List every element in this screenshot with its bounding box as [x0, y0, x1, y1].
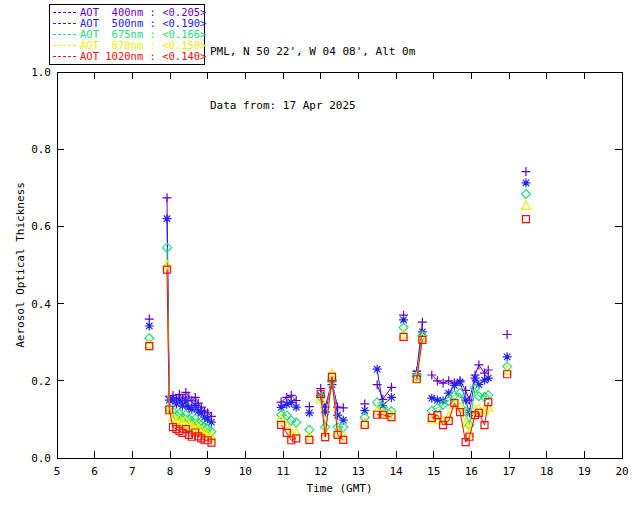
svg-text:0.6: 0.6 [31, 220, 51, 233]
aot-plot-window: PML, N 50 22', W 04 08', Alt 0m Data fro… [0, 0, 640, 512]
svg-text:16: 16 [465, 465, 478, 478]
svg-text:5: 5 [54, 465, 61, 478]
svg-text:12: 12 [314, 465, 327, 478]
svg-text:14: 14 [389, 465, 403, 478]
svg-text:Time (GMT): Time (GMT) [306, 482, 372, 495]
svg-text:Aerosol Optical Thickness: Aerosol Optical Thickness [14, 182, 27, 348]
svg-text:8: 8 [167, 465, 174, 478]
svg-text:0.8: 0.8 [31, 143, 51, 156]
svg-text:17: 17 [502, 465, 515, 478]
svg-text:15: 15 [427, 465, 440, 478]
svg-text:13: 13 [352, 465, 365, 478]
svg-text:7: 7 [129, 465, 136, 478]
svg-text:9: 9 [204, 465, 211, 478]
scatter-plot-canvas: 5678910111213141516171819200.00.20.40.60… [0, 0, 640, 512]
svg-text:20: 20 [615, 465, 628, 478]
svg-text:19: 19 [578, 465, 591, 478]
svg-text:18: 18 [540, 465, 553, 478]
svg-text:6: 6 [91, 465, 98, 478]
svg-text:0.0: 0.0 [31, 452, 51, 465]
svg-text:0.2: 0.2 [31, 375, 51, 388]
svg-text:1.0: 1.0 [31, 66, 51, 79]
svg-text:11: 11 [276, 465, 289, 478]
svg-text:10: 10 [239, 465, 252, 478]
svg-text:0.4: 0.4 [31, 298, 51, 311]
